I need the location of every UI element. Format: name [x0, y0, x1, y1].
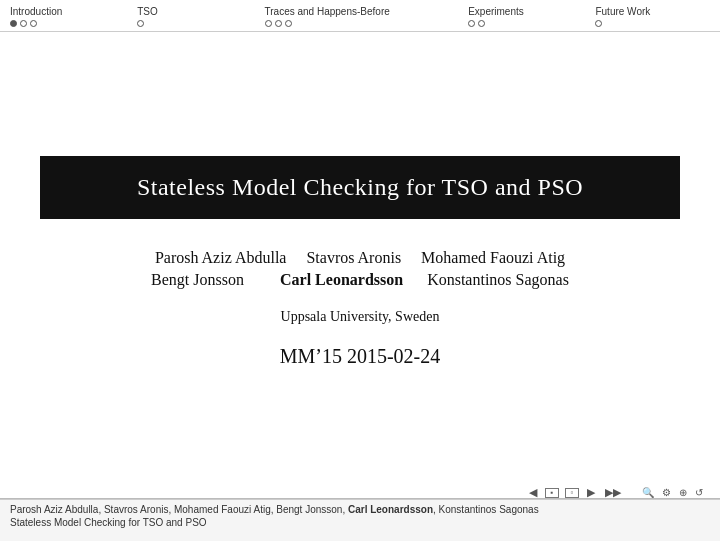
footer: Parosh Aziz Abdulla, Stavros Aronis, Moh…	[0, 499, 720, 541]
nav-label-traces: Traces and Happens-Before	[265, 6, 390, 17]
nav-page-icon[interactable]: ▪	[545, 488, 559, 498]
nav-dot	[468, 20, 475, 27]
nav-dots-introduction	[10, 20, 37, 27]
title-box: Stateless Model Checking for TSO and PSO	[40, 156, 680, 219]
nav-label-experiments: Experiments	[468, 6, 524, 17]
nav-dots-future-work	[595, 20, 602, 27]
presentation-title: Stateless Model Checking for TSO and PSO	[137, 174, 583, 200]
authors-line-1: Parosh Aziz Abdulla Stavros Aronis Moham…	[151, 249, 569, 267]
nav-dots-traces	[265, 20, 292, 27]
nav-dot	[595, 20, 602, 27]
nav-label-tso: TSO	[137, 6, 158, 17]
authors-line-2: Bengt Jonsson Carl Leonardsson Konstanti…	[151, 271, 569, 289]
footer-authors: Parosh Aziz Abdulla, Stavros Aronis, Moh…	[10, 504, 710, 515]
nav-dot	[137, 20, 144, 27]
nav-label-future-work: Future Work	[595, 6, 650, 17]
nav-dots-tso	[137, 20, 144, 27]
nav-section-traces: Traces and Happens-Before	[265, 6, 469, 27]
author-stavros: Stavros Aronis	[306, 249, 401, 266]
nav-dot	[285, 20, 292, 27]
navigation-bar: Introduction TSO Traces and Happens-Befo…	[0, 0, 720, 32]
nav-dot	[10, 20, 17, 27]
nav-section-introduction: Introduction	[10, 6, 137, 27]
presentation-date: MM’15 2015-02-24	[280, 345, 441, 368]
university-text: Uppsala University, Sweden	[281, 309, 440, 325]
nav-dot	[265, 20, 272, 27]
author-bengt: Bengt Jonsson	[151, 271, 244, 288]
nav-dot	[20, 20, 27, 27]
nav-section-experiments: Experiments	[468, 6, 595, 27]
nav-dot	[478, 20, 485, 27]
author-konstantinos: Konstantinos Sagonas	[427, 271, 569, 288]
nav-slide-icon[interactable]: ▫	[565, 488, 579, 498]
author-parosh: Parosh Aziz Abdulla	[155, 249, 287, 266]
main-content: Stateless Model Checking for TSO and PSO…	[0, 32, 720, 492]
nav-dot	[30, 20, 37, 27]
footer-title: Stateless Model Checking for TSO and PSO	[10, 517, 710, 528]
author-faouzi: Mohamed Faouzi Atig	[421, 249, 565, 266]
footer-author-carl: Carl Leonardsson	[348, 504, 433, 515]
nav-dots-experiments	[468, 20, 485, 27]
nav-dot	[275, 20, 282, 27]
nav-section-tso: TSO	[137, 6, 264, 27]
authors-block: Parosh Aziz Abdulla Stavros Aronis Moham…	[151, 249, 569, 293]
nav-label-introduction: Introduction	[10, 6, 62, 17]
author-carl: Carl Leonardsson	[280, 271, 403, 288]
nav-section-future-work: Future Work	[595, 6, 710, 27]
